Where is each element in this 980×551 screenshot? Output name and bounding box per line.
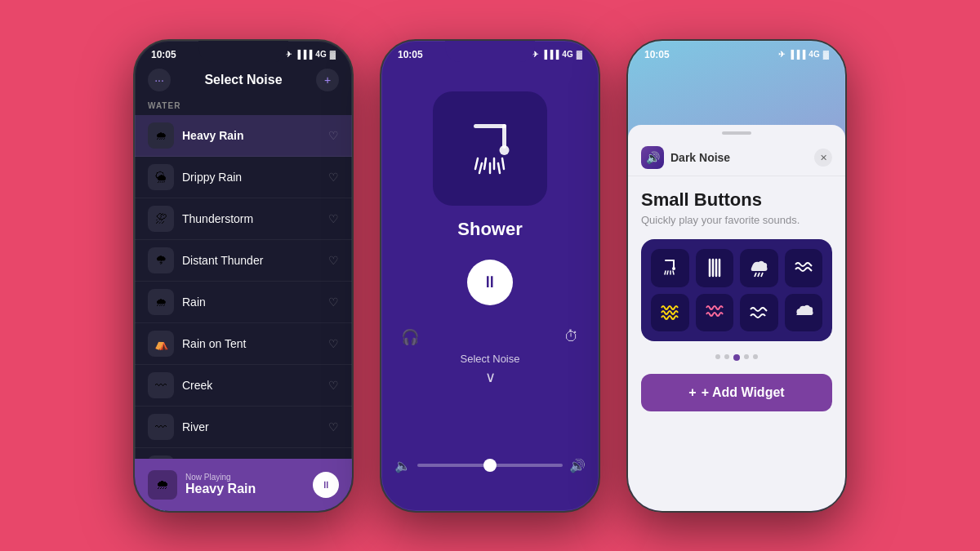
noise-item-distant-thunder[interactable]: 🌩 Distant Thunder ♡ bbox=[135, 240, 352, 282]
noise-item-rain[interactable]: 🌧 Rain ♡ bbox=[135, 282, 352, 323]
time-2: 10:05 bbox=[398, 49, 423, 60]
now-playing-bar[interactable]: 🌧 Now Playing Heavy Rain ⏸ bbox=[135, 459, 352, 511]
network-label-3: 4G bbox=[808, 50, 819, 59]
page-dots bbox=[641, 354, 832, 361]
battery-icon-2: ▓ bbox=[577, 50, 582, 59]
noise-name-rain-on-tent: Rain on Tent bbox=[182, 337, 328, 350]
sheet-title: Small Buttons bbox=[641, 189, 832, 211]
favorite-creek[interactable]: ♡ bbox=[328, 379, 339, 392]
dot-4[interactable] bbox=[744, 354, 749, 359]
widget-btn-wave4[interactable] bbox=[740, 294, 778, 332]
sheet-body: Small Buttons Quickly play your favorite… bbox=[628, 176, 845, 510]
now-playing-label: Now Playing bbox=[185, 473, 313, 482]
favorite-thunderstorm[interactable]: ♡ bbox=[328, 212, 339, 225]
menu-button[interactable]: ··· bbox=[148, 69, 171, 91]
svg-line-16 bbox=[673, 271, 674, 274]
widget-btn-wave2[interactable] bbox=[651, 294, 689, 332]
status-icons-1: ✈ ▐▐▐ 4G ▓ bbox=[285, 50, 336, 59]
add-widget-button[interactable]: + + Add Widget bbox=[641, 374, 832, 411]
noise-icon-rain-on-tent: ⛺ bbox=[148, 331, 174, 357]
noise-item-heavy-rain[interactable]: 🌧 Heavy Rain ♡ bbox=[135, 115, 352, 157]
favorite-distant-thunder[interactable]: ♡ bbox=[328, 254, 339, 267]
sheet-handle[interactable] bbox=[722, 131, 751, 135]
svg-line-6 bbox=[502, 158, 504, 169]
signal-icon: ▐▐▐ bbox=[295, 50, 312, 59]
widget-preview bbox=[641, 239, 832, 341]
signal-icon-2: ▐▐▐ bbox=[541, 50, 559, 59]
status-icons-2: ✈ ▐▐▐ 4G ▓ bbox=[532, 50, 582, 59]
noise-icon-rain: 🌧 bbox=[148, 289, 174, 315]
notch-1 bbox=[198, 41, 288, 62]
svg-point-12 bbox=[672, 267, 675, 270]
p2-nav-icons: 🎧 ⏱ bbox=[394, 328, 586, 346]
widget-btn-shower[interactable] bbox=[651, 249, 689, 287]
noise-list: 🌧 Heavy Rain ♡ 🌦 Drippy Rain ♡ ⛈ Thunder… bbox=[135, 115, 352, 513]
plus-icon: + bbox=[324, 73, 331, 87]
noise-icon-river: 〰 bbox=[148, 414, 174, 440]
add-button-1[interactable]: + bbox=[316, 69, 339, 91]
signal-icon-3: ▐▐▐ bbox=[788, 50, 805, 59]
favorite-rain-on-tent[interactable]: ♡ bbox=[328, 337, 339, 350]
noise-item-creek[interactable]: 〰 Creek ♡ bbox=[135, 365, 352, 407]
now-playing-icon: 🌧 bbox=[148, 470, 177, 500]
plus-icon-widget: + bbox=[688, 385, 696, 400]
noise-name-creek: Creek bbox=[182, 379, 328, 392]
favorite-heavy-rain[interactable]: ♡ bbox=[328, 129, 339, 142]
screen-title-1: Select Noise bbox=[204, 73, 282, 87]
pause-button-1[interactable]: ⏸ bbox=[313, 472, 339, 498]
phone2-content: Shower ⏸ 🎧 ⏱ Select Noise ∨ 🔈 🔊 bbox=[381, 64, 599, 498]
status-icons-3: ✈ ▐▐▐ 4G ▓ bbox=[778, 50, 829, 59]
dot-1[interactable] bbox=[715, 354, 720, 359]
now-playing-title: Heavy Rain bbox=[185, 482, 313, 496]
battery-icon-3: ▓ bbox=[823, 50, 829, 59]
close-button[interactable]: ✕ bbox=[814, 149, 832, 167]
noise-item-rain-on-tent[interactable]: ⛺ Rain on Tent ♡ bbox=[135, 323, 352, 365]
volume-slider[interactable] bbox=[417, 464, 563, 467]
noise-item-drippy-rain[interactable]: 🌦 Drippy Rain ♡ bbox=[135, 157, 352, 198]
network-label-2: 4G bbox=[562, 50, 572, 59]
time-1: 10:05 bbox=[151, 49, 176, 60]
favorite-river[interactable]: ♡ bbox=[328, 420, 339, 433]
shower-icon bbox=[457, 116, 523, 181]
dots-icon: ··· bbox=[154, 73, 164, 87]
dot-5[interactable] bbox=[753, 354, 758, 359]
widget-btn-rain[interactable] bbox=[696, 249, 734, 287]
noise-item-thunderstorm[interactable]: ⛈ Thunderstorm ♡ bbox=[135, 198, 352, 240]
sheet-subtitle: Quickly play your favorite sounds. bbox=[641, 214, 832, 226]
clock-icon[interactable]: ⏱ bbox=[564, 328, 579, 346]
favorite-rain[interactable]: ♡ bbox=[328, 295, 339, 309]
select-noise-label[interactable]: Select Noise bbox=[461, 353, 520, 365]
now-playing-text: Now Playing Heavy Rain bbox=[185, 473, 313, 496]
headphones-icon[interactable]: 🎧 bbox=[401, 328, 419, 346]
noise-icon-drippy-rain: 🌦 bbox=[148, 164, 174, 190]
volume-thumb bbox=[483, 459, 497, 472]
sound-card[interactable] bbox=[433, 91, 547, 206]
noise-item-river[interactable]: 〰 River ♡ bbox=[135, 407, 352, 448]
dot-2[interactable] bbox=[724, 354, 729, 359]
svg-line-21 bbox=[755, 273, 756, 277]
noise-icon-thunderstorm: ⛈ bbox=[148, 206, 174, 232]
svg-point-2 bbox=[500, 145, 510, 155]
widget-btn-wave3[interactable] bbox=[696, 294, 734, 332]
volume-low-icon: 🔈 bbox=[394, 458, 411, 473]
svg-line-14 bbox=[667, 271, 668, 274]
pause-button-2[interactable]: ⏸ bbox=[467, 260, 513, 305]
noise-name-distant-thunder: Distant Thunder bbox=[182, 254, 328, 267]
dot-3[interactable] bbox=[733, 354, 740, 361]
widget-btn-wave1[interactable] bbox=[785, 249, 823, 287]
notch-3 bbox=[692, 41, 782, 62]
widget-btn-storm[interactable] bbox=[740, 249, 778, 287]
noise-name-rain: Rain bbox=[182, 295, 328, 309]
widget-btn-cloud[interactable] bbox=[785, 294, 823, 332]
noise-icon-distant-thunder: 🌩 bbox=[148, 247, 174, 273]
svg-line-13 bbox=[665, 271, 666, 274]
svg-line-22 bbox=[758, 273, 760, 277]
app-icon: 🔊 bbox=[641, 146, 664, 169]
svg-rect-11 bbox=[673, 260, 675, 268]
favorite-drippy-rain[interactable]: ♡ bbox=[328, 171, 339, 184]
phone-3: 10:05 ✈ ▐▐▐ 4G ▓ 🔊 Dark Noise ✕ Small Bu… bbox=[626, 39, 847, 513]
noise-icon-creek: 〰 bbox=[148, 372, 174, 398]
nav-bar-1: ··· Select Noise + bbox=[135, 64, 352, 98]
chevron-down-icon[interactable]: ∨ bbox=[485, 368, 496, 386]
svg-rect-1 bbox=[502, 124, 506, 149]
